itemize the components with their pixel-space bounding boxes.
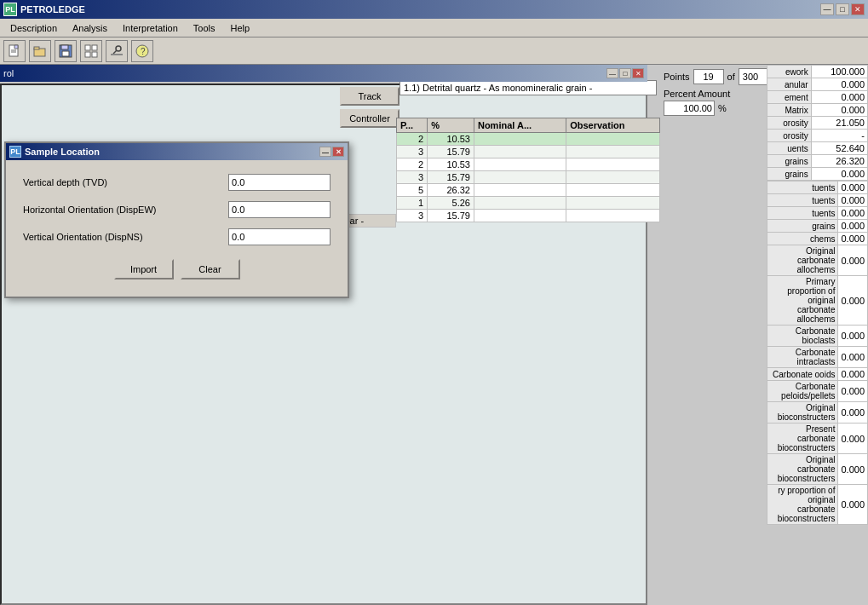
grid-button[interactable] (80, 40, 102, 62)
help-button[interactable]: ? (131, 40, 153, 62)
dialog-minimize-button[interactable]: — (319, 147, 331, 157)
svg-rect-8 (85, 45, 90, 50)
form-row-ns: Vertical Orientation (DispNS) (23, 228, 331, 245)
svg-rect-7 (62, 51, 69, 56)
svg-rect-4 (34, 47, 39, 49)
open-file-button[interactable] (29, 40, 51, 62)
menu-description[interactable]: Description (3, 21, 64, 35)
svg-rect-14 (111, 54, 123, 55)
svg-rect-10 (85, 52, 90, 57)
maximize-button[interactable]: □ (836, 3, 849, 15)
input-tvd[interactable] (228, 174, 331, 191)
app-title: PETROLEDGE (20, 4, 85, 14)
dialog-close-button[interactable]: ✕ (332, 147, 344, 157)
menu-help[interactable]: Help (224, 21, 257, 35)
dialog-icon: PL (9, 146, 21, 158)
label-ns: Vertical Orientation (DispNS) (23, 232, 228, 242)
save-button[interactable] (55, 40, 77, 62)
import-button[interactable]: Import (114, 259, 174, 279)
dialog-title-bar: PL Sample Location — ✕ (6, 143, 348, 160)
menu-tools[interactable]: Tools (187, 21, 222, 35)
new-doc-button[interactable] (3, 40, 26, 62)
main-area: rol — □ ✕ Track Controller Cell Content … (0, 65, 868, 605)
svg-point-12 (116, 46, 121, 51)
menu-bar: Description Analysis Interpretation Tool… (0, 19, 868, 37)
svg-rect-9 (92, 45, 97, 50)
label-ew: Horizontal Orientation (DispEW) (23, 205, 228, 215)
label-tvd: Vertical depth (TVD) (23, 177, 228, 187)
form-row-ew: Horizontal Orientation (DispEW) (23, 201, 331, 218)
app-icon: PL (3, 3, 17, 16)
menu-analysis[interactable]: Analysis (66, 21, 114, 35)
toolbar: ? (0, 37, 868, 65)
svg-rect-11 (92, 52, 97, 57)
svg-line-13 (113, 50, 117, 54)
microscope-button[interactable] (106, 40, 128, 62)
app-title-bar: PL PETROLEDGE — □ ✕ (0, 0, 868, 19)
menu-interpretation[interactable]: Interpretation (116, 21, 185, 35)
svg-text:?: ? (141, 47, 146, 56)
input-ew[interactable] (228, 201, 331, 218)
dialog-buttons: Import Clear (23, 256, 331, 286)
close-button[interactable]: ✕ (851, 3, 865, 15)
dialog-overlay: PL Sample Location — ✕ Vertical depth (T… (0, 65, 868, 605)
minimize-button[interactable]: — (820, 3, 834, 15)
form-row-tvd: Vertical depth (TVD) (23, 174, 331, 191)
svg-rect-6 (61, 45, 68, 49)
dialog-content: Vertical depth (TVD) Horizontal Orientat… (6, 160, 348, 297)
input-ns[interactable] (228, 228, 331, 245)
dialog-title-text: Sample Location (25, 147, 100, 157)
clear-button[interactable]: Clear (181, 259, 240, 279)
sample-location-dialog: PL Sample Location — ✕ Vertical depth (T… (4, 141, 349, 298)
